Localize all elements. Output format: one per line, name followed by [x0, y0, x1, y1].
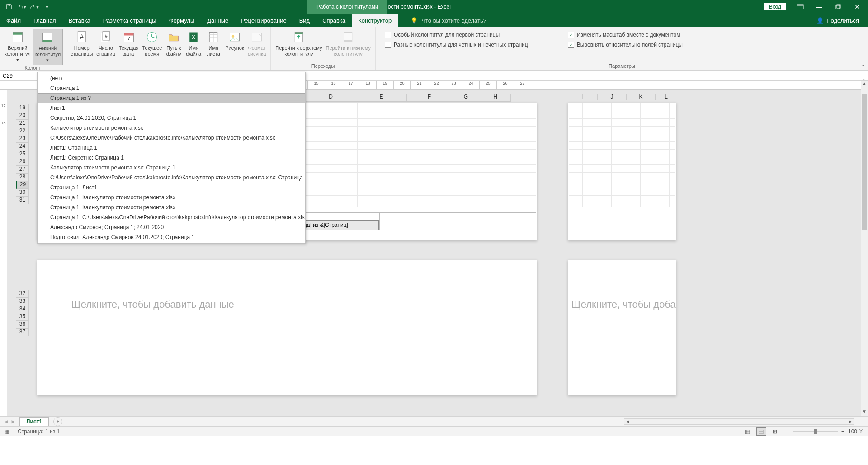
- undo-icon[interactable]: ▾: [16, 1, 27, 12]
- page-count-button[interactable]: # Числостраниц: [94, 29, 117, 58]
- tab-design[interactable]: Конструктор: [352, 14, 398, 27]
- zoom-slider[interactable]: [793, 431, 838, 432]
- column-header[interactable]: J: [598, 94, 627, 100]
- ribbon-display-icon[interactable]: [791, 0, 809, 14]
- minimize-button[interactable]: —: [810, 0, 828, 14]
- scroll-thumb[interactable]: [862, 94, 867, 230]
- page2-prompt[interactable]: Щелкните, чтобы добавить данные: [71, 299, 234, 310]
- column-header[interactable]: F: [407, 94, 452, 102]
- column-header[interactable]: L: [656, 94, 677, 100]
- save-icon[interactable]: [4, 1, 14, 12]
- horizontal-scrollbar[interactable]: ◄ ►: [624, 418, 854, 425]
- row-header[interactable]: 35: [16, 313, 29, 321]
- scroll-down-icon[interactable]: ▼: [861, 409, 868, 416]
- row-header[interactable]: 30: [16, 189, 29, 197]
- picture-button[interactable]: Рисунок: [223, 29, 246, 52]
- dropdown-item[interactable]: Страница 1; Калькулятор стоимости ремонт…: [38, 193, 305, 202]
- dropdown-item[interactable]: Александр Смирнов; Страница 1; 24.01.202…: [38, 222, 305, 232]
- checkbox-align[interactable]: ✓Выровнять относительно полей страницы: [568, 42, 683, 48]
- maximize-button[interactable]: [829, 0, 847, 14]
- row-header[interactable]: 32: [16, 290, 29, 298]
- dropdown-item[interactable]: Страница 1; Калькулятор стоимости ремонт…: [38, 202, 305, 212]
- qat-customize-icon[interactable]: ▾: [42, 1, 52, 12]
- tab-view[interactable]: Вид: [293, 14, 316, 27]
- dropdown-item[interactable]: Страница 1 из ?: [38, 93, 305, 103]
- dropdown-item[interactable]: C:\Users\alexs\OneDrive\Рабочий стол\kak…: [38, 133, 305, 143]
- sheet-nav[interactable]: ◄ ►: [0, 418, 19, 425]
- row-header[interactable]: 37: [16, 329, 29, 336]
- row-header[interactable]: 23: [16, 135, 29, 143]
- column-header[interactable]: G: [452, 94, 480, 102]
- collapse-ribbon-icon[interactable]: ⌃: [861, 64, 865, 70]
- row-header[interactable]: 20: [16, 112, 29, 120]
- view-pagebreak-button[interactable]: ⊞: [770, 427, 780, 436]
- dropdown-item[interactable]: Подготовил: Александр Смирнов 24.01.2020…: [38, 232, 305, 242]
- row-header[interactable]: 31: [16, 197, 29, 204]
- current-time-button[interactable]: Текущеевремя: [140, 29, 164, 58]
- row-header[interactable]: 19: [16, 104, 29, 112]
- tab-review[interactable]: Рецензирование: [235, 14, 292, 27]
- footer-preset-dropdown[interactable]: (нет)Страница 1Страница 1 из ?Лист1 Секр…: [37, 72, 306, 244]
- dropdown-item[interactable]: Лист1; Секретно; Страница 1: [38, 153, 305, 163]
- dropdown-item[interactable]: Секретно; 24.01.2020; Страница 1: [38, 113, 305, 123]
- page-number-button[interactable]: # Номерстраницы: [69, 29, 94, 58]
- file-name-button[interactable]: X Имяфайла: [184, 29, 203, 58]
- share-button[interactable]: 👤 Поделиться: [816, 14, 868, 27]
- row-header[interactable]: 34: [16, 305, 29, 313]
- row-header[interactable]: 21: [16, 120, 29, 127]
- row-header[interactable]: 33: [16, 298, 29, 305]
- row-header[interactable]: 27: [16, 166, 29, 174]
- dropdown-item[interactable]: Страница 1; C:\Users\alexs\OneDrive\Рабо…: [38, 212, 305, 222]
- row-header[interactable]: 28: [16, 174, 29, 181]
- row-header[interactable]: 25: [16, 150, 29, 158]
- column-header[interactable]: K: [627, 94, 656, 100]
- zoom-out-button[interactable]: —: [783, 428, 789, 435]
- scroll-left-icon[interactable]: ◄: [624, 419, 632, 424]
- footer-right-box[interactable]: [379, 212, 536, 230]
- dropdown-item[interactable]: Страница 1; Лист1: [38, 183, 305, 193]
- sheet-name-button[interactable]: Имялиста: [203, 29, 223, 58]
- zoom-in-button[interactable]: +: [841, 428, 844, 435]
- sheet-tab-1[interactable]: Лист1: [19, 417, 49, 426]
- zoom-level[interactable]: 100 %: [848, 428, 863, 435]
- dropdown-item[interactable]: Лист1: [38, 103, 305, 113]
- expand-formula-icon[interactable]: ⌄: [862, 76, 865, 81]
- page-1-right[interactable]: [568, 103, 676, 240]
- column-header[interactable]: I: [569, 94, 598, 100]
- view-pagelayout-button[interactable]: ▤: [756, 427, 766, 436]
- column-header[interactable]: H: [480, 94, 511, 102]
- vertical-scrollbar[interactable]: ▲ ▼: [861, 81, 868, 416]
- footer-button[interactable]: Нижний колонтитул ▾: [33, 29, 63, 65]
- view-normal-button[interactable]: ▦: [743, 427, 753, 436]
- dropdown-item[interactable]: (нет): [38, 73, 305, 83]
- tab-data[interactable]: Данные: [201, 14, 235, 27]
- header-button[interactable]: Верхний колонтитул ▾: [3, 29, 33, 64]
- scroll-up-icon[interactable]: ▲: [861, 81, 868, 88]
- checkbox-first-page[interactable]: Особый колонтитул для первой страницы: [385, 32, 528, 38]
- dropdown-item[interactable]: C:\Users\alexs\OneDrive\Рабочий стол\kak…: [38, 173, 305, 183]
- close-button[interactable]: ✕: [848, 0, 866, 14]
- tab-formulas[interactable]: Формулы: [163, 14, 201, 27]
- goto-header-button[interactable]: Перейти к верхнемуколонтитулу: [274, 29, 324, 58]
- page-2[interactable]: Щелкните, чтобы добавить данные: [37, 260, 537, 395]
- file-path-button[interactable]: Путь кфайлу: [164, 29, 184, 58]
- dropdown-item[interactable]: Калькулятор стоимости ремонта.xlsx; Стра…: [38, 163, 305, 173]
- scroll-right-icon[interactable]: ►: [847, 419, 854, 424]
- current-date-button[interactable]: 7 Текущаядата: [117, 29, 141, 58]
- tell-me-search[interactable]: 💡 Что вы хотите сделать?: [398, 14, 486, 27]
- record-macro-icon[interactable]: ▦: [5, 428, 9, 435]
- dropdown-item[interactable]: Лист1; Страница 1: [38, 143, 305, 153]
- dropdown-item[interactable]: Калькулятор стоимости ремонта.xlsx: [38, 123, 305, 133]
- column-header[interactable]: E: [356, 94, 407, 102]
- tab-insert[interactable]: Вставка: [62, 14, 96, 27]
- row-header[interactable]: 36: [16, 321, 29, 329]
- tab-help[interactable]: Справка: [316, 14, 352, 27]
- login-button[interactable]: Вход: [764, 3, 786, 10]
- dropdown-item[interactable]: Страница 1: [38, 83, 305, 93]
- row-header[interactable]: 24: [16, 143, 29, 150]
- add-sheet-button[interactable]: +: [53, 417, 62, 426]
- page-2-right[interactable]: Щелкните, чтобы доба: [568, 260, 676, 395]
- column-header[interactable]: D: [306, 94, 356, 102]
- tab-home[interactable]: Главная: [27, 14, 62, 27]
- tab-layout[interactable]: Разметка страницы: [97, 14, 163, 27]
